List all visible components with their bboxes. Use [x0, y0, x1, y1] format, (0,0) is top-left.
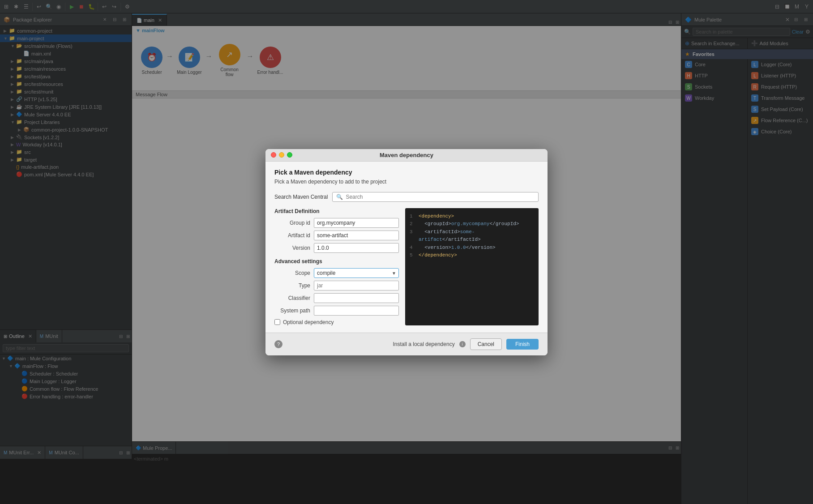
- system-path-label: System path: [274, 308, 310, 314]
- optional-label: Optional dependency: [283, 319, 334, 325]
- type-row: Type: [274, 281, 399, 290]
- artifact-id-row: Artifact id: [274, 231, 399, 240]
- xml-preview: 1 <dependency> 2 <groupId>org.mycompany<…: [405, 208, 539, 325]
- maven-search-wrap: 🔍: [332, 192, 539, 202]
- artifact-id-label: Artifact id: [274, 232, 310, 239]
- advanced-section: Advanced settings Scope compile test pro…: [274, 258, 399, 325]
- help-icon[interactable]: ?: [274, 340, 282, 348]
- type-input[interactable]: [314, 281, 399, 290]
- advanced-title: Advanced settings: [274, 258, 399, 265]
- footer-right: Install a local dependency i Cancel Fini…: [393, 338, 539, 350]
- group-id-label: Group id: [274, 220, 310, 226]
- scope-row: Scope compile test provided runtime ▼: [274, 268, 399, 278]
- cancel-button[interactable]: Cancel: [470, 338, 502, 350]
- finish-button[interactable]: Finish: [506, 339, 539, 350]
- maven-search-row: Search Maven Central 🔍: [274, 192, 539, 202]
- modal-title: Maven dependency: [380, 152, 433, 158]
- local-dep-info-icon: i: [459, 341, 466, 347]
- maven-search-icon: 🔍: [336, 194, 343, 200]
- modal-description: Pick a Maven dependency to add to the pr…: [274, 179, 539, 185]
- traffic-lights: [271, 152, 292, 158]
- artifact-section: Artifact Definition Group id Artifact id…: [274, 208, 539, 325]
- xml-line-1: 1 <dependency>: [410, 213, 534, 221]
- xml-line-5: 5 </dependency>: [410, 252, 534, 260]
- version-label: Version: [274, 245, 310, 251]
- modal-footer: ? Install a local dependency i Cancel Fi…: [265, 333, 548, 355]
- modal-titlebar: Maven dependency: [265, 149, 548, 162]
- optional-row: Optional dependency: [274, 319, 399, 325]
- local-dep-label: Install a local dependency: [393, 341, 455, 347]
- xml-line-4: 4 <version>1.0.0</version>: [410, 244, 534, 252]
- artifact-form: Artifact Definition Group id Artifact id…: [274, 208, 399, 325]
- system-path-input[interactable]: [314, 306, 399, 316]
- group-id-row: Group id: [274, 218, 399, 228]
- classifier-input[interactable]: [314, 293, 399, 303]
- version-input[interactable]: [314, 243, 399, 253]
- artifact-section-title: Artifact Definition: [274, 208, 399, 214]
- scope-select-wrapper: compile test provided runtime ▼: [314, 268, 399, 278]
- type-label: Type: [274, 282, 310, 289]
- version-row: Version: [274, 243, 399, 253]
- modal-overlay: Maven dependency Pick a Maven dependency…: [0, 0, 813, 504]
- maven-search-input[interactable]: [346, 194, 535, 200]
- group-id-input[interactable]: [314, 218, 399, 228]
- maven-search-label: Search Maven Central: [274, 194, 328, 200]
- xml-line-3: 3 <artifactId>some-artifact</artifactId>: [410, 228, 534, 244]
- scope-select[interactable]: compile test provided runtime: [314, 268, 399, 278]
- traffic-light-yellow[interactable]: [279, 152, 284, 158]
- classifier-row: Classifier: [274, 293, 399, 303]
- modal-subtitle: Pick a Maven dependency: [274, 169, 539, 176]
- traffic-light-green[interactable]: [287, 152, 292, 158]
- xml-line-2: 2 <groupId>org.mycompany</groupId>: [410, 220, 534, 228]
- system-path-row: System path: [274, 306, 399, 316]
- optional-checkbox[interactable]: [274, 319, 280, 325]
- maven-dependency-dialog: Maven dependency Pick a Maven dependency…: [265, 149, 548, 355]
- artifact-id-input[interactable]: [314, 231, 399, 240]
- modal-body: Pick a Maven dependency Pick a Maven dep…: [265, 162, 548, 333]
- footer-left: ?: [274, 340, 282, 348]
- classifier-label: Classifier: [274, 295, 310, 301]
- traffic-light-red[interactable]: [271, 152, 276, 158]
- scope-label: Scope: [274, 270, 310, 276]
